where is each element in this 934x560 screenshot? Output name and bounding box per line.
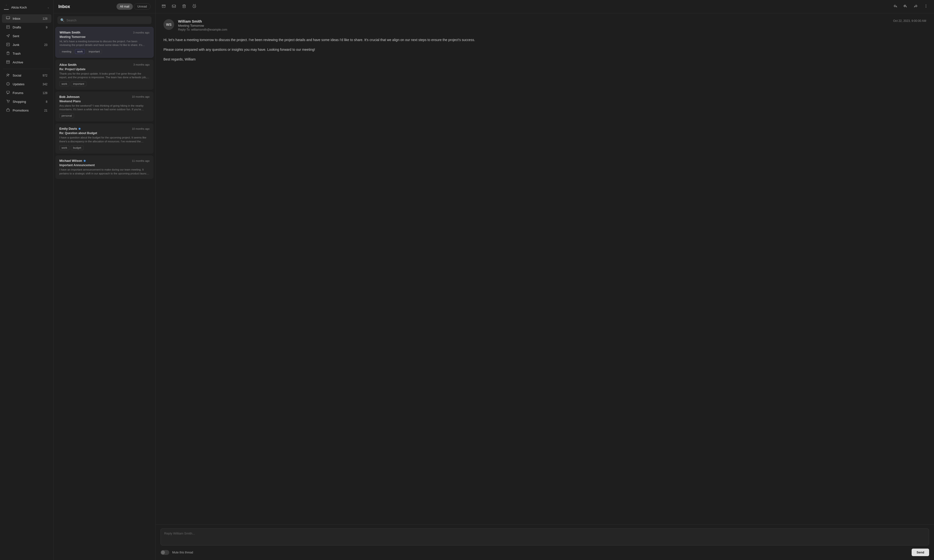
reply-textarea[interactable] (161, 528, 929, 545)
email-time: 11 months ago (132, 159, 150, 162)
sender-avatar: WS (164, 19, 174, 30)
email-subject: Re: Project Update (59, 68, 150, 71)
filter-btn-all-mail[interactable]: All mail (116, 3, 133, 10)
sidebar-item-shopping[interactable]: Shopping 8 (2, 97, 51, 106)
detail-content: WS William Smith Meeting Tomorrow Reply-… (156, 13, 934, 524)
sidebar-item-archive[interactable]: Archive (2, 58, 51, 66)
email-subject: Re: Question about Budget (59, 131, 150, 135)
svg-rect-10 (6, 60, 9, 62)
sidebar-label-sent: Sent (12, 34, 48, 38)
sidebar: Alicia Koch ⌄ Inbox 128 Drafts 9 Sent Ju… (0, 0, 54, 560)
email-header-section: WS William Smith Meeting Tomorrow Reply-… (164, 19, 926, 31)
svg-point-20 (9, 102, 9, 103)
search-icon: 🔍 (60, 18, 65, 22)
sidebar-label-inbox: Inbox (12, 17, 40, 20)
mute-toggle[interactable] (161, 550, 169, 555)
search-input[interactable] (66, 18, 148, 22)
email-list-item[interactable]: William Smith 3 months ago Meeting Tomor… (56, 27, 153, 58)
unread-indicator (79, 128, 80, 130)
sidebar-item-sent[interactable]: Sent (2, 32, 51, 40)
email-tags: workbudget (59, 145, 150, 150)
reply-icon[interactable] (891, 2, 900, 11)
svg-rect-21 (6, 109, 9, 111)
updates-icon (6, 82, 10, 86)
email-preview: Hi, let's have a meeting tomorrow to dis… (60, 40, 149, 47)
send-button[interactable]: Send (912, 549, 929, 556)
account-header[interactable]: Alicia Koch ⌄ (0, 2, 53, 12)
email-time: 10 months ago (132, 95, 150, 98)
reply-all-icon[interactable] (902, 2, 910, 11)
email-sender: Bob Johnson (59, 95, 80, 98)
email-preview: I have a question about the budget for t… (59, 136, 150, 143)
email-row-header: Alice Smith 3 months ago (59, 63, 150, 66)
sidebar-item-forums[interactable]: Forums 128 (2, 89, 51, 97)
sidebar-label-forums: Forums (12, 91, 40, 95)
filter-btn-unread[interactable]: Unread (134, 3, 151, 10)
svg-rect-0 (6, 17, 10, 19)
svg-point-19 (8, 102, 8, 103)
email-subject: Weekend Plans (59, 100, 150, 103)
sidebar-count-updates: 342 (43, 83, 48, 86)
svg-rect-26 (183, 5, 185, 8)
junk-icon (6, 43, 10, 47)
email-time: 3 months ago (133, 31, 149, 34)
svg-line-33 (195, 6, 195, 7)
nav-secondary: Social 972 Updates 342 Forums 128 Shoppi… (0, 71, 53, 115)
email-list-item[interactable]: Michael Wilson 11 months ago Important A… (56, 155, 153, 179)
email-sender: Emily Davis (59, 127, 80, 131)
sidebar-label-promotions: Promotions (12, 109, 42, 112)
email-date-detail: Oct 22, 2023, 9:00:00 AM (893, 19, 926, 23)
sidebar-count-shopping: 8 (46, 100, 48, 103)
sidebar-label-shopping: Shopping (12, 100, 43, 103)
account-icon (4, 5, 9, 10)
sidebar-item-updates[interactable]: Updates 342 (2, 80, 51, 88)
reply-to: Reply-To: williamsmith@example.com (178, 28, 889, 31)
email-list-item[interactable]: Emily Davis 10 months ago Re: Question a… (56, 123, 153, 154)
sidebar-count-drafts: 9 (46, 26, 48, 29)
trash-icon (6, 51, 10, 56)
chevron-down-icon: ⌄ (47, 6, 49, 9)
email-tags: workimportant (59, 82, 150, 86)
email-time: 10 months ago (132, 127, 150, 130)
forums-icon (6, 91, 10, 95)
sidebar-count-promotions: 21 (44, 109, 48, 112)
snooze-icon[interactable] (190, 2, 199, 11)
reply-footer: Mute this thread Send (161, 549, 929, 556)
reply-section: Mute this thread Send (156, 524, 934, 560)
email-list-item[interactable]: Bob Johnson 10 months ago Weekend Plans … (56, 92, 153, 122)
sidebar-item-junk[interactable]: Junk 23 (2, 41, 51, 49)
sidebar-label-trash: Trash (12, 52, 48, 55)
filter-buttons: All mailUnread (116, 3, 151, 10)
spam-icon[interactable] (170, 2, 178, 11)
more-icon[interactable] (922, 2, 930, 11)
forward-icon[interactable] (912, 2, 920, 11)
sidebar-item-inbox[interactable]: Inbox 128 (2, 14, 51, 23)
nav-primary: Inbox 128 Drafts 9 Sent Junk 23 Trash Ar… (0, 14, 53, 67)
svg-rect-7 (7, 52, 9, 55)
email-tags: meetingworkimportant (60, 49, 149, 54)
inbox-title: Inbox (59, 4, 114, 9)
divider (3, 69, 50, 69)
email-subject: Meeting Tomorrow (60, 35, 149, 38)
email-tags: personal (59, 113, 150, 118)
promotions-icon (6, 108, 10, 113)
search-bar[interactable]: 🔍 (57, 16, 151, 24)
sidebar-item-social[interactable]: Social 972 (2, 71, 51, 80)
archive-icon[interactable] (159, 2, 168, 11)
svg-point-14 (8, 74, 9, 75)
delete-icon[interactable] (180, 2, 188, 11)
svg-rect-4 (6, 43, 9, 46)
shopping-icon (6, 99, 10, 104)
sidebar-item-promotions[interactable]: Promotions 21 (2, 106, 51, 115)
email-body: Hi, let's have a meeting tomorrow to dis… (164, 37, 926, 62)
body-paragraph: Please come prepared with any questions … (164, 47, 926, 53)
svg-line-35 (195, 4, 196, 5)
sidebar-item-drafts[interactable]: Drafts 9 (2, 23, 51, 32)
email-preview: Thank you for the project update. It loo… (59, 72, 150, 80)
svg-point-37 (926, 6, 926, 6)
mute-toggle-knob (161, 551, 165, 554)
sidebar-item-trash[interactable]: Trash (2, 49, 51, 58)
email-tag: work (59, 145, 69, 150)
email-tag: work (75, 49, 85, 54)
email-list-item[interactable]: Alice Smith 3 months ago Re: Project Upd… (56, 60, 153, 90)
